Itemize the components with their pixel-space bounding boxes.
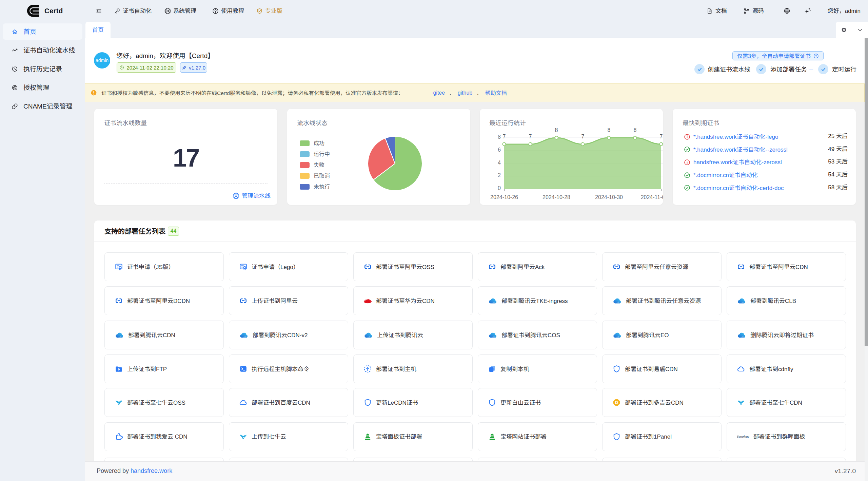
svg-text:D: D [615, 400, 618, 405]
